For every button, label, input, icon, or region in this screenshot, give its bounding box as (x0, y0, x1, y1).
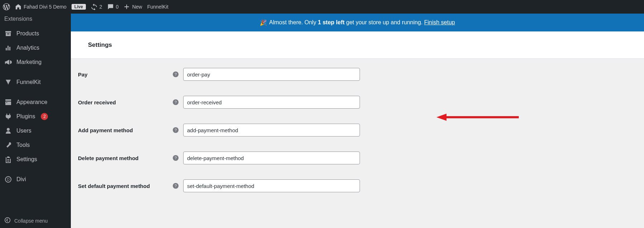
banner-text: Almost there. Only 1 step left get your … (269, 19, 455, 26)
field-add-payment-method: Add payment method ? (78, 124, 637, 137)
plugins-icon (4, 113, 12, 120)
update-icon (91, 4, 97, 10)
wc-setup-banner: 🎉 Almost there. Only 1 step left get you… (71, 14, 644, 31)
help-icon[interactable]: ? (172, 127, 180, 133)
sidebar-item-label: Marketing (16, 59, 42, 65)
funnelkit-adminbar-label: FunnelKit (147, 4, 168, 10)
settings-icon (4, 156, 12, 163)
set-default-payment-method-input[interactable] (183, 179, 360, 192)
svg-text:D: D (7, 178, 9, 182)
main-content: 🎉 Almost there. Only 1 step left get you… (71, 14, 644, 228)
svg-text:?: ? (175, 156, 177, 160)
funnelkit-icon (4, 79, 12, 86)
field-order-received: Order received ? (78, 96, 637, 109)
sidebar-item-analytics[interactable]: Analytics (0, 41, 71, 55)
sidebar-item-funnelkit[interactable]: FunnelKit (0, 75, 71, 89)
wordpress-icon (3, 3, 10, 10)
megaphone-icon (4, 59, 12, 66)
new-content-link[interactable]: New (123, 4, 142, 10)
admin-sidebar: Extensions Products Analytics Marketing … (0, 14, 71, 228)
page-title: Settings (88, 41, 112, 49)
svg-text:?: ? (175, 72, 177, 76)
svg-point-2 (5, 218, 10, 223)
sidebar-item-settings[interactable]: Settings (0, 152, 71, 167)
new-label: New (132, 4, 142, 10)
settings-form: Pay ? Order received ? Add payment metho… (71, 59, 644, 217)
help-icon[interactable]: ? (172, 71, 180, 78)
updates-count: 2 (99, 4, 102, 10)
updates-link[interactable]: 2 (91, 4, 102, 10)
sidebar-item-tools[interactable]: Tools (0, 138, 71, 152)
collapse-label: Collapse menu (14, 218, 48, 224)
field-delete-payment-method: Delete payment method ? (78, 152, 637, 164)
tools-icon (4, 142, 12, 149)
sidebar-item-label: Tools (16, 142, 30, 148)
site-name-link[interactable]: Fahad Divi 5 Demo (15, 4, 67, 10)
status-badge[interactable]: Live (72, 4, 86, 10)
sidebar-item-plugins[interactable]: Plugins 2 (0, 109, 71, 124)
field-pay: Pay ? (78, 68, 637, 81)
field-label: Add payment method (78, 127, 172, 133)
delete-payment-method-input[interactable] (183, 152, 360, 164)
sidebar-item-divi[interactable]: D Divi (0, 172, 71, 187)
field-label: Order received (78, 99, 172, 105)
collapse-icon (4, 217, 11, 224)
sidebar-item-label: Analytics (16, 45, 39, 51)
field-label: Delete payment method (78, 155, 172, 161)
svg-text:?: ? (175, 184, 177, 188)
field-set-default-payment-method: Set default payment method ? (78, 179, 637, 192)
sidebar-item-label: FunnelKit (16, 79, 41, 85)
comments-count: 0 (116, 4, 119, 10)
sidebar-item-label: Appearance (16, 99, 47, 105)
order-received-input[interactable] (183, 96, 360, 109)
sidebar-item-products[interactable]: Products (0, 26, 71, 41)
funnelkit-adminbar-link[interactable]: FunnelKit (147, 4, 168, 10)
help-icon[interactable]: ? (172, 183, 180, 189)
field-label: Set default payment method (78, 183, 172, 189)
plus-icon (123, 4, 130, 10)
plugins-count-badge: 2 (41, 113, 48, 120)
sidebar-item-label: Divi (16, 176, 26, 183)
help-icon[interactable]: ? (172, 99, 180, 105)
finish-setup-link[interactable]: Finish setup (424, 19, 455, 25)
sidebar-item-appearance[interactable]: Appearance (0, 95, 71, 109)
sidebar-item-label: Plugins (16, 113, 35, 120)
banner-emoji: 🎉 (260, 19, 267, 26)
field-label: Pay (78, 71, 172, 78)
sidebar-item-extensions[interactable]: Extensions (0, 14, 71, 26)
help-icon[interactable]: ? (172, 155, 180, 161)
home-icon (15, 4, 21, 10)
settings-header: Settings (71, 31, 644, 59)
comment-icon (107, 4, 114, 10)
chart-bar-icon (4, 44, 12, 51)
sidebar-item-label: Settings (16, 156, 37, 163)
pay-input[interactable] (183, 68, 360, 81)
collapse-menu-button[interactable]: Collapse menu (0, 213, 71, 228)
sidebar-item-users[interactable]: Users (0, 124, 71, 138)
sidebar-item-label: Extensions (4, 16, 32, 22)
admin-bar: Fahad Divi 5 Demo Live 2 0 New FunnelKit (0, 0, 644, 14)
wordpress-logo[interactable] (3, 3, 10, 10)
svg-text:?: ? (175, 100, 177, 104)
add-payment-method-input[interactable] (183, 124, 360, 137)
comments-link[interactable]: 0 (107, 4, 119, 10)
users-icon (4, 127, 12, 134)
archive-icon (4, 30, 12, 37)
sidebar-item-marketing[interactable]: Marketing (0, 55, 71, 69)
sidebar-item-label: Products (16, 30, 39, 37)
appearance-icon (4, 99, 12, 106)
svg-text:?: ? (175, 128, 177, 132)
divi-icon: D (4, 176, 12, 183)
sidebar-item-label: Users (16, 128, 31, 134)
site-name-label: Fahad Divi 5 Demo (24, 4, 67, 10)
